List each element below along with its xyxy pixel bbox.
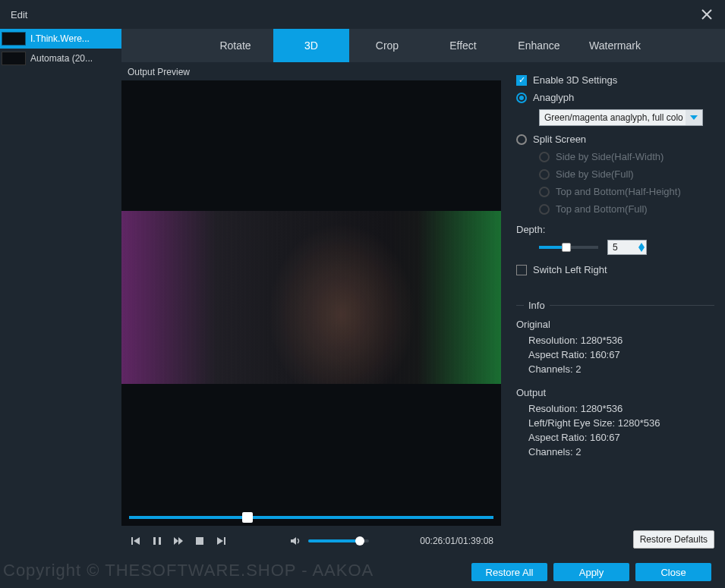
volume-icon[interactable] — [288, 534, 302, 548]
time-display: 00:26:01/01:39:08 — [420, 536, 493, 546]
output-head: Output — [516, 387, 714, 398]
volume-slider[interactable] — [308, 539, 369, 542]
scrub-bar[interactable] — [129, 514, 493, 521]
restore-all-button[interactable]: Restore All — [471, 563, 547, 581]
svg-rect-5 — [159, 537, 161, 545]
switch-lr-checkbox[interactable]: Switch Left Right — [516, 264, 714, 275]
info-value: Aspect Ratio: 160:67 — [528, 349, 714, 360]
spinner-icon[interactable] — [638, 241, 645, 254]
video-frame — [121, 211, 501, 384]
tab-3d[interactable]: 3D — [273, 29, 349, 62]
anaglyph-radio[interactable]: Anaglyph — [516, 92, 714, 103]
checkbox-icon — [516, 75, 527, 86]
prev-frame-icon[interactable] — [129, 534, 143, 548]
close-icon[interactable] — [699, 7, 714, 22]
next-frame-icon[interactable] — [214, 534, 228, 548]
depth-slider[interactable] — [539, 246, 598, 249]
tab-crop[interactable]: Crop — [349, 29, 425, 62]
thumbnail — [2, 52, 26, 65]
stop-icon[interactable] — [193, 534, 206, 548]
restore-defaults-button[interactable]: Restore Defaults — [633, 530, 714, 549]
sidebar-item-label: I.Think.Were... — [30, 33, 121, 44]
settings-panel: Enable 3D Settings Anaglyph Green/magent… — [501, 62, 725, 556]
svg-marker-3 — [134, 537, 140, 545]
scrub-knob[interactable] — [242, 512, 253, 523]
radio-icon — [516, 93, 527, 103]
radio-icon — [539, 169, 550, 180]
thumbnail — [2, 32, 26, 46]
original-head: Original — [516, 319, 714, 330]
split-option-radio[interactable]: Side by Side(Full) — [539, 168, 714, 180]
svg-marker-14 — [638, 247, 645, 252]
apply-button[interactable]: Apply — [553, 563, 629, 581]
anaglyph-select[interactable]: Green/magenta anaglyph, full colo — [539, 109, 703, 126]
svg-rect-4 — [153, 537, 156, 545]
enable-3d-checkbox[interactable]: Enable 3D Settings — [516, 74, 714, 86]
sidebar-item[interactable]: I.Think.Were... — [0, 29, 121, 49]
preview-label: Output Preview — [121, 62, 501, 80]
radio-icon — [516, 134, 527, 145]
split-option-radio[interactable]: Top and Bottom(Full) — [539, 203, 714, 215]
sidebar-item-label: Automata (20... — [30, 53, 121, 64]
tab-watermark[interactable]: Watermark — [577, 29, 653, 62]
footer: Restore All Apply Close — [0, 556, 725, 588]
video-preview[interactable] — [121, 80, 501, 526]
radio-icon — [539, 187, 550, 197]
info-value: Channels: 2 — [528, 363, 714, 375]
split-screen-radio[interactable]: Split Screen — [516, 134, 714, 145]
radio-icon — [539, 152, 550, 162]
tab-enhance[interactable]: Enhance — [501, 29, 577, 62]
chevron-down-icon — [686, 110, 702, 125]
svg-marker-9 — [217, 537, 223, 545]
info-value: Left/Right Eye Size: 1280*536 — [528, 417, 714, 429]
fast-forward-icon[interactable] — [172, 534, 185, 548]
split-option-radio[interactable]: Side by Side(Half-Width) — [539, 151, 714, 162]
close-button[interactable]: Close — [635, 563, 711, 581]
tab-bar: Rotate 3D Crop Effect Enhance Watermark — [121, 29, 725, 62]
svg-rect-8 — [196, 537, 203, 545]
info-value: Resolution: 1280*536 — [528, 335, 714, 346]
depth-label: Depth: — [516, 224, 714, 235]
checkbox-icon — [516, 265, 527, 275]
svg-marker-7 — [178, 537, 183, 545]
radio-icon — [539, 204, 550, 215]
title-bar: Edit — [0, 0, 725, 29]
sidebar-item[interactable]: Automata (20... — [0, 49, 121, 68]
svg-marker-12 — [690, 115, 698, 120]
file-sidebar: I.Think.Were... Automata (20... — [0, 29, 121, 556]
svg-marker-11 — [291, 537, 296, 545]
svg-rect-10 — [224, 537, 225, 545]
tab-rotate[interactable]: Rotate — [197, 29, 273, 62]
depth-stepper[interactable]: 5 — [607, 240, 647, 255]
playback-controls: 00:26:01/01:39:08 — [121, 526, 501, 556]
info-value: Resolution: 1280*536 — [528, 403, 714, 414]
pause-icon[interactable] — [150, 534, 164, 548]
tab-effect[interactable]: Effect — [425, 29, 501, 62]
window-title: Edit — [11, 9, 27, 20]
info-section: Info Original Resolution: 1280*536 Aspec… — [516, 300, 714, 470]
info-value: Aspect Ratio: 160:67 — [528, 432, 714, 443]
svg-rect-2 — [131, 537, 133, 545]
svg-marker-6 — [174, 537, 178, 545]
info-value: Channels: 2 — [528, 446, 714, 458]
split-option-radio[interactable]: Top and Bottom(Half-Height) — [539, 186, 714, 197]
